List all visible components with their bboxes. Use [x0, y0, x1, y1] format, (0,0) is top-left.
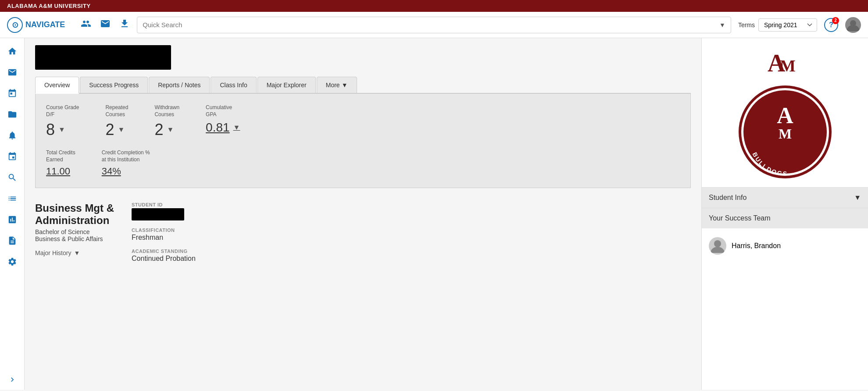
- right-panel: A M ALABAMA A&M: [701, 38, 868, 390]
- sidebar-item-report[interactable]: [3, 231, 22, 250]
- student-info-panel-section: Student Info ▼: [702, 187, 868, 208]
- aamu-circular-logo: ALABAMA A&M A M BULLDOGS: [737, 84, 833, 180]
- aamu-monogram-svg: A M: [763, 45, 807, 80]
- cumulative-gpa-dropdown-icon[interactable]: ▼: [233, 124, 240, 132]
- stat-repeated-courses-label: RepeatedCourses: [105, 104, 128, 118]
- terms-select[interactable]: Spring 2021Fall 2020Summer 2020: [758, 18, 817, 32]
- stat-cumulative-gpa: CumulativeGPA 0.81 ▼: [206, 104, 240, 139]
- sidebar-expand-button[interactable]: [8, 375, 17, 386]
- people-icon[interactable]: [81, 18, 91, 31]
- program-info: Business Mgt &Administration Bachelor of…: [35, 202, 114, 270]
- sidebar-item-list[interactable]: [3, 189, 22, 208]
- svg-text:M: M: [780, 57, 796, 75]
- student-name-redacted: [35, 45, 171, 70]
- svg-text:M: M: [778, 126, 791, 142]
- classification-group: CLASSIFICATION Freshman: [132, 227, 196, 242]
- content-area: Overview Success Progress Reports / Note…: [25, 38, 701, 390]
- success-team-panel-section: Your Success Team Harris, Brandon: [702, 208, 868, 263]
- success-team-header[interactable]: Your Success Team: [702, 208, 868, 228]
- sidebar-item-settings[interactable]: [3, 252, 22, 271]
- student-info-section: Business Mgt &Administration Bachelor of…: [35, 199, 691, 273]
- navigate-icon: ⊙: [7, 17, 23, 33]
- stats-card: Course GradeD/F 8 ▼ RepeatedCourses 2 ▼ …: [35, 94, 691, 188]
- sidebar-item-search[interactable]: [3, 168, 22, 187]
- academic-standing-group: ACADEMIC STANDING Continued Probation: [132, 249, 196, 263]
- student-info-dropdown-icon: ▼: [854, 194, 861, 202]
- tabs: Overview Success Progress Reports / Note…: [35, 77, 691, 94]
- tab-overview[interactable]: Overview: [35, 77, 79, 94]
- search-container: ▼: [137, 17, 731, 33]
- navigate-logo[interactable]: ⊙ NAVIGATE: [7, 17, 65, 33]
- stat-total-credits-label: Total CreditsEarned: [46, 149, 75, 163]
- sidebar-item-alerts[interactable]: [3, 126, 22, 145]
- sidebar: [0, 38, 25, 390]
- sidebar-item-pin[interactable]: [3, 147, 22, 166]
- header-icons: [81, 18, 130, 31]
- student-id-group: STUDENT ID: [132, 202, 196, 220]
- stat-credit-completion: Credit Completion %at this Institution 3…: [102, 149, 150, 177]
- stat-withdrawn-courses-label: WithdrawnCourses: [154, 104, 179, 118]
- user-avatar[interactable]: [845, 17, 861, 33]
- stat-credit-completion-label: Credit Completion %at this Institution: [102, 149, 150, 163]
- stat-course-grade-df: Course GradeD/F 8 ▼: [46, 104, 79, 139]
- stat-repeated-courses-value[interactable]: 2 ▼: [105, 121, 128, 139]
- course-grade-dropdown-icon[interactable]: ▼: [58, 126, 65, 134]
- success-team-content: Harris, Brandon: [702, 228, 868, 263]
- stat-cumulative-gpa-value[interactable]: 0.81 ▼: [206, 121, 240, 135]
- stat-credit-completion-value[interactable]: 34%: [102, 166, 150, 177]
- tab-more[interactable]: More ▼: [317, 77, 357, 93]
- terms-label: Terms: [738, 21, 755, 28]
- stat-cumulative-gpa-label: CumulativeGPA: [206, 104, 240, 118]
- stats-row-2: Total CreditsEarned 11.00 Credit Complet…: [46, 149, 680, 177]
- sidebar-item-folder[interactable]: [3, 105, 22, 124]
- mail-icon[interactable]: [100, 18, 111, 31]
- team-member-avatar: [709, 237, 726, 255]
- classification-label: CLASSIFICATION: [132, 227, 196, 233]
- tab-major-explorer[interactable]: Major Explorer: [257, 77, 316, 93]
- classification-value: Freshman: [132, 234, 196, 242]
- header: ⊙ NAVIGATE ▼ Terms Spring 2021Fall 2020S…: [0, 12, 868, 38]
- sidebar-item-mail[interactable]: [3, 63, 22, 82]
- student-details: STUDENT ID CLASSIFICATION Freshman ACADE…: [132, 202, 196, 270]
- logo-area: A M ALABAMA A&M: [702, 38, 868, 187]
- student-id-redacted: [132, 208, 184, 220]
- search-dropdown-arrow[interactable]: ▼: [719, 21, 725, 28]
- tab-class-info[interactable]: Class Info: [211, 77, 256, 93]
- program-name: Business Mgt &Administration: [35, 202, 114, 227]
- stat-course-grade-df-label: Course GradeD/F: [46, 104, 79, 118]
- major-history-dropdown-icon: ▼: [74, 249, 80, 256]
- university-name: ALABAMA A&M UNIVERSITY: [7, 3, 91, 9]
- sidebar-item-calendar[interactable]: [3, 84, 22, 103]
- academic-standing-label: ACADEMIC STANDING: [132, 249, 196, 254]
- repeated-courses-dropdown-icon[interactable]: ▼: [118, 126, 125, 134]
- sidebar-item-home[interactable]: [3, 42, 22, 61]
- student-id-label: STUDENT ID: [132, 202, 196, 207]
- upload-icon[interactable]: [119, 18, 130, 31]
- stats-row-1: Course GradeD/F 8 ▼ RepeatedCourses 2 ▼ …: [46, 104, 680, 139]
- major-history-button[interactable]: Major History ▼: [35, 249, 114, 256]
- help-button[interactable]: ? 2: [824, 18, 838, 32]
- college-label: Business & Public Affairs: [35, 235, 114, 242]
- team-member-harris: Harris, Brandon: [709, 234, 861, 258]
- search-input[interactable]: [143, 21, 719, 28]
- stat-repeated-courses: RepeatedCourses 2 ▼: [105, 104, 128, 139]
- stat-withdrawn-courses: WithdrawnCourses 2 ▼: [154, 104, 179, 139]
- stat-total-credits-value[interactable]: 11.00: [46, 166, 75, 177]
- main-layout: Overview Success Progress Reports / Note…: [0, 38, 868, 390]
- sidebar-item-analytics[interactable]: [3, 210, 22, 229]
- svg-point-10: [714, 240, 721, 247]
- aamu-logo: A M ALABAMA A&M: [737, 45, 833, 180]
- team-member-name: Harris, Brandon: [732, 242, 781, 250]
- tab-success-progress[interactable]: Success Progress: [80, 77, 148, 93]
- svg-text:A: A: [777, 103, 793, 128]
- academic-standing-value: Continued Probation: [132, 255, 196, 263]
- withdrawn-courses-dropdown-icon[interactable]: ▼: [167, 126, 174, 134]
- student-info-header[interactable]: Student Info ▼: [702, 188, 868, 208]
- top-bar: ALABAMA A&M UNIVERSITY: [0, 0, 868, 12]
- tab-reports-notes[interactable]: Reports / Notes: [149, 77, 210, 93]
- more-dropdown-icon: ▼: [342, 82, 348, 89]
- stat-withdrawn-courses-value[interactable]: 2 ▼: [154, 121, 179, 139]
- stat-course-grade-df-value[interactable]: 8 ▼: [46, 121, 79, 139]
- help-badge: 2: [832, 17, 839, 24]
- stat-total-credits: Total CreditsEarned 11.00: [46, 149, 75, 177]
